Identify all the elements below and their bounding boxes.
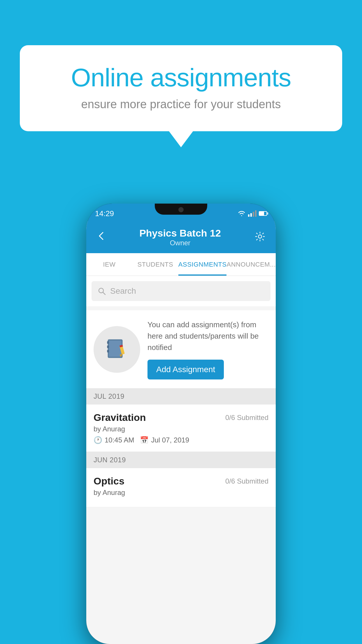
assignment-submitted-gravitation: 0/6 Submitted [225,414,268,422]
bubble-title: Online assignments [43,63,319,92]
assignment-by-gravitation: by Anurag [94,425,268,433]
search-bar[interactable]: Search [92,281,270,301]
promo-content: You can add assignment(s) from here and … [147,319,268,379]
promo-section: You can add assignment(s) from here and … [86,310,276,388]
assignment-gravitation[interactable]: Gravitation 0/6 Submitted by Anurag 🕐 10… [86,405,276,452]
assignment-time-gravitation: 10:45 AM [105,436,134,444]
tabs-bar: IEW STUDENTS ASSIGNMENTS ANNOUNCEM... [86,253,276,276]
search-icon [97,287,106,295]
back-button[interactable] [94,228,109,246]
promo-description: You can add assignment(s) from here and … [147,319,268,353]
svg-rect-6 [107,350,109,353]
notebook-icon [105,337,129,362]
wifi-icon [238,210,246,217]
header-title: Physics Batch 12 [109,228,252,239]
calendar-icon: 📅 [140,436,149,444]
status-time: 14:29 [95,209,114,218]
assignment-submitted-optics: 0/6 Submitted [225,477,268,485]
tab-students[interactable]: STUDENTS [132,253,178,276]
tab-announcements[interactable]: ANNOUNCEM... [226,253,276,276]
tab-iew[interactable]: IEW [86,253,132,276]
clock-icon: 🕐 [94,436,102,444]
signal-icon [248,210,256,217]
date-block-gravitation: 📅 Jul 07, 2019 [140,436,189,444]
camera-dot [178,207,184,212]
status-icons [238,210,267,217]
assignment-optics[interactable]: Optics 0/6 Submitted by Anurag [86,468,276,507]
assignment-by-optics: by Anurag [94,489,268,497]
month-header-jun: JUN 2019 [86,452,276,468]
svg-rect-3 [109,341,121,357]
speech-bubble: Online assignments ensure more practice … [20,45,342,131]
settings-button[interactable] [252,228,268,246]
bubble-subtitle: ensure more practice for your students [43,98,319,111]
svg-rect-4 [107,341,109,344]
search-bar-container: Search [86,276,276,306]
app-screen: Physics Batch 12 Owner IEW STUDENTS ASSI… [86,221,276,644]
assignment-meta-gravitation: 🕐 10:45 AM 📅 Jul 07, 2019 [94,436,268,444]
notch [155,204,207,215]
assignment-name-gravitation: Gravitation [94,412,146,423]
header-center: Physics Batch 12 Owner [109,228,252,247]
battery-icon [259,211,267,216]
month-header-jul: JUL 2019 [86,388,276,405]
assignment-date-gravitation: Jul 07, 2019 [151,436,189,444]
header-subtitle: Owner [109,239,252,247]
svg-rect-5 [107,346,109,348]
app-header: Physics Batch 12 Owner [86,221,276,253]
search-placeholder: Search [110,286,136,296]
phone-frame: 14:29 [86,204,276,644]
promo-icon-circle [94,326,140,373]
assignment-name-optics: Optics [94,475,124,487]
speech-bubble-container: Online assignments ensure more practice … [20,45,342,131]
time-block-gravitation: 🕐 10:45 AM [94,436,134,444]
svg-point-0 [258,235,261,238]
add-assignment-button[interactable]: Add Assignment [147,360,224,379]
tab-assignments[interactable]: ASSIGNMENTS [178,253,227,276]
